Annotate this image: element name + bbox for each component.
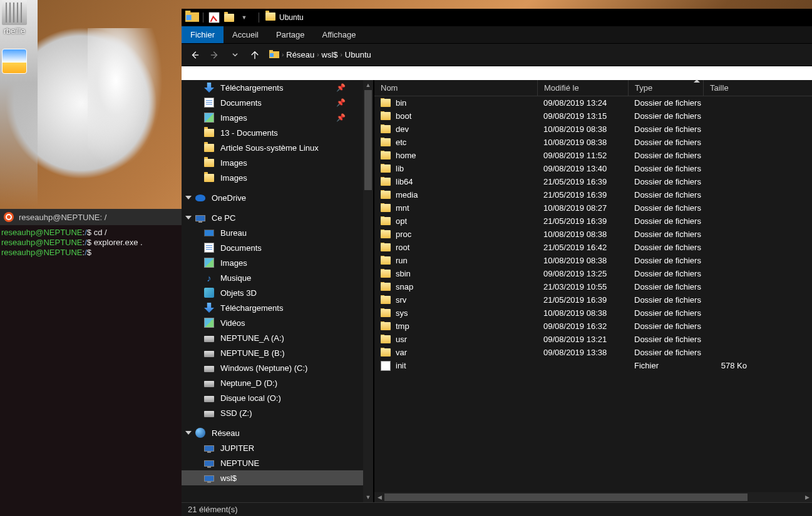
nav-item[interactable]: NEPTUNE <box>182 455 363 470</box>
file-row[interactable]: home09/08/2019 11:52Dossier de fichiers <box>374 149 812 162</box>
col-name[interactable]: Nom <box>374 80 537 96</box>
file-row[interactable]: bin09/08/2019 13:24Dossier de fichiers <box>374 96 812 109</box>
file-row[interactable]: initFichier578 Ko <box>374 359 812 372</box>
nav-item[interactable]: Vidéos <box>182 315 363 330</box>
file-row[interactable]: run10/08/2019 08:38Dossier de fichiers <box>374 254 812 267</box>
explorer-titlebar[interactable]: ▼ Ubuntu <box>182 9 812 26</box>
tab-view[interactable]: Affichage <box>313 26 364 43</box>
file-row[interactable]: usr09/08/2019 13:21Dossier de fichiers <box>374 333 812 346</box>
recycle-bin-icon[interactable]: rbeille <box>1 0 28 36</box>
quick-access-toolbar: ▼ <box>185 11 251 24</box>
file-row[interactable]: var09/08/2019 13:38Dossier de fichiers <box>374 346 812 359</box>
nav-recent-dropdown[interactable] <box>227 47 243 63</box>
file-row[interactable]: tmp09/08/2019 16:32Dossier de fichiers <box>374 320 812 333</box>
nav-forward-button[interactable] <box>207 47 223 63</box>
nav-item[interactable]: Documents <box>182 240 363 255</box>
nav-item[interactable]: Windows (Neptune) (C:) <box>182 360 363 375</box>
nav-item[interactable]: Réseau <box>182 425 363 440</box>
nav-item[interactable]: Téléchargements📌 <box>182 80 363 95</box>
qat-dropdown-icon[interactable]: ▼ <box>237 11 251 24</box>
file-name: media <box>396 190 418 200</box>
nav-item[interactable]: Documents📌 <box>182 95 363 110</box>
file-row[interactable]: srv21/05/2019 16:39Dossier de fichiers <box>374 293 812 306</box>
scroll-thumb[interactable] <box>384 493 748 501</box>
nav-item[interactable]: Musique <box>182 270 363 285</box>
nav-item[interactable]: Disque local (O:) <box>182 390 363 405</box>
file-row[interactable]: mnt10/08/2019 08:27Dossier de fichiers <box>374 201 812 215</box>
file-list[interactable]: bin09/08/2019 13:24Dossier de fichiersbo… <box>374 96 812 492</box>
file-row[interactable]: lib09/08/2019 13:40Dossier de fichiers <box>374 162 812 175</box>
nav-item[interactable]: 13 - Documents <box>182 125 363 140</box>
explorer-app-icon[interactable] <box>185 11 199 24</box>
pin-icon: 📌 <box>336 83 346 92</box>
file-row[interactable]: sys10/08/2019 08:38Dossier de fichiers <box>374 306 812 320</box>
nav-item[interactable]: Bureau <box>182 225 363 240</box>
file-row[interactable]: boot09/08/2019 13:15Dossier de fichiers <box>374 109 812 123</box>
breadcrumb-segment[interactable]: Réseau <box>284 50 317 59</box>
nav-item[interactable]: Neptune_D (D:) <box>182 375 363 390</box>
tab-home[interactable]: Accueil <box>224 26 267 43</box>
file-type: Dossier de fichiers <box>628 243 703 252</box>
file-modified: 10/08/2019 08:27 <box>537 203 628 213</box>
qat-newfolder-icon[interactable] <box>222 11 236 24</box>
nav-item[interactable]: NEPTUNE_A (A:) <box>182 330 363 345</box>
file-type: Dossier de fichiers <box>628 164 703 173</box>
nav-scrollbar[interactable]: ▲ ▼ <box>363 80 373 502</box>
col-type[interactable]: Type <box>628 80 703 96</box>
breadcrumb-segment[interactable]: Ubuntu <box>342 50 374 59</box>
tab-file[interactable]: Fichier <box>182 26 224 43</box>
file-row[interactable]: etc10/08/2019 08:38Dossier de fichiers <box>374 136 812 149</box>
nav-item[interactable]: Images📌 <box>182 110 363 125</box>
file-name: tmp <box>396 321 409 331</box>
nav-item[interactable]: Téléchargements <box>182 300 363 315</box>
nav-item[interactable]: SSD (Z:) <box>182 405 363 420</box>
nav-item-label: SSD (Z:) <box>220 408 252 418</box>
navigation-bar: › Réseau › wsl$ › Ubuntu <box>182 44 812 66</box>
nav-item[interactable]: Images <box>182 255 363 270</box>
ribbon-collapsed-area <box>182 66 812 80</box>
nav-item[interactable]: Images <box>182 155 363 170</box>
file-row[interactable]: proc10/08/2019 08:38Dossier de fichiers <box>374 228 812 241</box>
qat-properties-icon[interactable] <box>207 11 221 24</box>
breadcrumb-segment[interactable]: wsl$ <box>319 50 341 59</box>
col-modified[interactable]: Modifié le <box>537 80 628 96</box>
col-size[interactable]: Taille <box>703 80 753 96</box>
file-type: Dossier de fichiers <box>628 190 703 200</box>
nav-item[interactable]: wsl$ <box>182 470 363 485</box>
file-type: Fichier <box>628 361 703 370</box>
sort-indicator-icon <box>694 79 700 83</box>
nav-item[interactable]: JUPITER <box>182 440 363 455</box>
navigation-pane: Téléchargements📌Documents📌Images📌13 - Do… <box>182 80 373 502</box>
scroll-up-icon[interactable]: ▲ <box>363 80 373 90</box>
nav-item[interactable]: Article Sous-système Linux <box>182 140 363 155</box>
terminal-titlebar[interactable]: reseauhp@NEPTUNE: / <box>0 209 182 225</box>
file-row[interactable]: opt21/05/2019 16:39Dossier de fichiers <box>374 215 812 228</box>
scroll-right-icon[interactable]: ▶ <box>802 494 812 500</box>
file-row[interactable]: lib6421/05/2019 16:39Dossier de fichiers <box>374 175 812 188</box>
nav-item-label: Images <box>220 158 247 168</box>
nav-item[interactable]: Objets 3D <box>182 285 363 300</box>
nav-item-label: Ce PC <box>212 213 235 223</box>
content-h-scrollbar[interactable]: ◀ ▶ <box>374 492 812 502</box>
file-row[interactable]: media21/05/2019 16:39Dossier de fichiers <box>374 188 812 201</box>
nav-item-label: Disque local (O:) <box>220 393 281 403</box>
file-row[interactable]: sbin09/08/2019 13:25Dossier de fichiers <box>374 267 812 280</box>
nav-up-button[interactable] <box>247 47 263 63</box>
scroll-left-icon[interactable]: ◀ <box>374 494 384 500</box>
ribbon-tabs: Fichier Accueil Partage Affichage <box>182 26 812 44</box>
nav-back-button[interactable] <box>187 47 203 63</box>
file-row[interactable]: snap21/03/2019 10:55Dossier de fichiers <box>374 280 812 293</box>
file-row[interactable]: root21/05/2019 16:42Dossier de fichiers <box>374 241 812 254</box>
nav-item[interactable]: Images <box>182 170 363 185</box>
nav-item[interactable]: Ce PC <box>182 210 363 225</box>
terminal-content[interactable]: reseauhp@NEPTUNE:/$ cd / reseauhp@NEPTUN… <box>0 225 182 260</box>
address-bar[interactable]: › Réseau › wsl$ › Ubuntu <box>267 48 807 63</box>
file-row[interactable]: dev10/08/2019 08:38Dossier de fichiers <box>374 123 812 136</box>
nav-item[interactable]: OneDrive <box>182 190 363 205</box>
tab-share[interactable]: Partage <box>267 26 314 43</box>
file-name: proc <box>396 230 411 239</box>
nav-item[interactable]: NEPTUNE_B (B:) <box>182 345 363 360</box>
scroll-down-icon[interactable]: ▼ <box>363 492 373 502</box>
weather-widget-icon[interactable] <box>1 49 28 75</box>
scroll-thumb[interactable] <box>364 90 372 190</box>
